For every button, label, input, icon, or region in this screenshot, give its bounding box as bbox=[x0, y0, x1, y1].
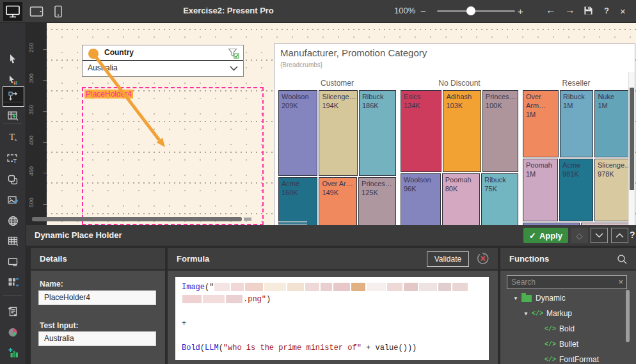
tile-label: Poomah bbox=[445, 176, 472, 184]
collapse-arrow-icon[interactable]: ▼ bbox=[522, 311, 530, 317]
undo-button[interactable]: ← bbox=[546, 4, 556, 16]
chevron-down-icon[interactable] bbox=[230, 66, 238, 71]
phone-view-button[interactable] bbox=[49, 2, 68, 21]
redo-button[interactable]: → bbox=[565, 4, 575, 16]
editor-help-button[interactable]: ? bbox=[630, 230, 635, 240]
redacted-text-block bbox=[333, 283, 350, 291]
country-filter-widget[interactable]: Country Australia bbox=[82, 45, 244, 77]
save-button[interactable] bbox=[584, 6, 593, 15]
treemap-tile[interactable]: Slicenge…978K bbox=[594, 159, 630, 221]
clear-search-icon[interactable]: × bbox=[618, 277, 623, 287]
function-tree-item-dynamic[interactable]: ▼Dynamic bbox=[500, 290, 628, 306]
zoom-in-button[interactable]: + bbox=[518, 6, 523, 17]
toolbar-tool-text-frame[interactable]: T bbox=[3, 149, 23, 168]
country-dropdown[interactable]: Australia bbox=[83, 61, 243, 75]
toolbar-tool-card[interactable] bbox=[3, 252, 23, 271]
drag-grip-icon[interactable] bbox=[90, 49, 95, 57]
treemap-group-header[interactable]: No Discount bbox=[401, 79, 518, 90]
function-tree-item-fontformat[interactable]: </>FontFormat bbox=[500, 352, 628, 364]
details-panel-header: Details bbox=[31, 248, 165, 269]
help-button[interactable]: ? bbox=[604, 6, 609, 15]
ruler-tick bbox=[43, 49, 47, 50]
treemap-tile[interactable]: Over Ar…149K bbox=[319, 177, 357, 226]
treemap-group-customer: CustomerWoolson209KSlicenge…194KRibuck18… bbox=[278, 79, 396, 226]
redacted-text-block bbox=[245, 283, 263, 291]
canvas-horizontal-scrollbar[interactable] bbox=[32, 217, 242, 221]
treemap-tile[interactable]: Ribuck1M bbox=[560, 90, 593, 157]
toolbar-tool-select[interactable] bbox=[3, 49, 23, 68]
expand-panel-button[interactable] bbox=[611, 228, 628, 243]
filter-check-icon[interactable] bbox=[228, 48, 239, 59]
treemap-group-header[interactable]: Customer bbox=[278, 79, 396, 90]
toolbar-tool-connector[interactable] bbox=[3, 86, 24, 107]
collapse-panel-button[interactable] bbox=[591, 228, 608, 243]
zoom-out-button[interactable]: − bbox=[420, 6, 426, 17]
toolbar-tool-table[interactable] bbox=[3, 232, 23, 251]
treemap-tile[interactable]: Esics134K bbox=[401, 90, 441, 172]
tile-value: 100K bbox=[486, 101, 515, 110]
toolbar-tool-image[interactable] bbox=[3, 191, 23, 210]
tile-value: 978K bbox=[598, 170, 626, 178]
functions-scrollbar-thumb[interactable] bbox=[626, 290, 630, 342]
diamond-button[interactable]: ◇ bbox=[571, 228, 588, 243]
zoom-slider[interactable] bbox=[437, 10, 515, 12]
zoom-level-label: 100% bbox=[394, 6, 415, 15]
tile-value: 75K bbox=[484, 184, 515, 193]
treemap-tile[interactable]: Slicenge…194K bbox=[319, 90, 358, 176]
tile-value: 103K bbox=[446, 101, 477, 110]
treemap-tile[interactable]: Ribuck186K bbox=[359, 90, 396, 176]
placeholder-selection-box[interactable]: PlaceHolder4 bbox=[82, 87, 264, 225]
toolbar-tool-web[interactable] bbox=[3, 211, 23, 230]
toolbar-tool-shape[interactable] bbox=[3, 170, 23, 189]
function-tree-item-markup[interactable]: ▼</>Markup bbox=[500, 306, 628, 321]
treemap-group-header[interactable]: Reseller bbox=[523, 79, 630, 90]
toolbar-divider bbox=[3, 123, 22, 123]
validate-button[interactable]: Validate bbox=[427, 251, 469, 267]
treemap-tile[interactable]: Nuke1M bbox=[594, 90, 630, 157]
toolbar-tool-bar-chart[interactable] bbox=[3, 343, 23, 362]
tile-value: 125K bbox=[362, 188, 393, 197]
redacted-text-block bbox=[367, 283, 386, 291]
redacted-text-block bbox=[203, 295, 225, 303]
canvas-horizontal-scrollbar-end[interactable] bbox=[244, 218, 251, 221]
toolbar-tool-layout[interactable] bbox=[3, 273, 23, 292]
clear-formula-icon[interactable] bbox=[476, 251, 490, 265]
name-input[interactable]: PlaceHolder4 bbox=[38, 290, 156, 305]
function-tree-label: Markup bbox=[546, 309, 572, 318]
function-tree-item-bold[interactable]: </>Bold bbox=[500, 321, 628, 336]
treemap-chart-panel[interactable]: Manufacturer, Promotion Category {Breadc… bbox=[274, 44, 635, 226]
treemap-tile[interactable]: Acme981K bbox=[559, 159, 593, 221]
collapse-arrow-icon[interactable]: ▼ bbox=[512, 296, 520, 301]
formula-code-editor[interactable]: Image(".png")+Bold(LLM("who is the prime… bbox=[175, 277, 489, 360]
treemap-scrollbar-thumb[interactable] bbox=[630, 88, 634, 190]
treemap-tile[interactable]: Acme160K bbox=[278, 177, 317, 226]
toolbar-tool-pie-chart[interactable] bbox=[3, 322, 23, 342]
toolbar-tool-report[interactable] bbox=[3, 302, 23, 321]
treemap-tile[interactable]: Ribuck75K bbox=[481, 173, 518, 226]
treemap-tile[interactable]: Over Arm…1M bbox=[523, 90, 559, 157]
treemap-tile[interactable]: Woolson209K bbox=[278, 90, 317, 176]
tablet-view-button[interactable] bbox=[27, 2, 46, 21]
function-tree-item-bullet[interactable]: </>Bullet bbox=[500, 336, 628, 352]
apply-button[interactable]: ✓ Apply bbox=[523, 228, 568, 243]
test-input-field[interactable]: Australia bbox=[38, 331, 156, 346]
tile-label: Over Arm… bbox=[526, 93, 546, 109]
treemap-scrollbar[interactable] bbox=[628, 72, 635, 226]
treemap-tile[interactable]: Poomah80K bbox=[442, 173, 480, 226]
search-icon[interactable] bbox=[617, 254, 627, 264]
treemap-tile[interactable]: Poomah1M bbox=[523, 159, 558, 221]
treemap-tile[interactable]: Woolson96K bbox=[401, 173, 441, 226]
redacted-text-block bbox=[287, 283, 304, 291]
ruler-tick bbox=[43, 142, 47, 143]
close-button[interactable]: × bbox=[620, 6, 626, 17]
tile-value: 209K bbox=[282, 101, 314, 110]
treemap-tile[interactable]: Adihash103K bbox=[443, 90, 481, 172]
toolbar-tool-text[interactable]: T bbox=[3, 127, 23, 146]
zoom-slider-thumb[interactable] bbox=[466, 6, 475, 15]
code-line bbox=[182, 330, 482, 342]
treemap-tile[interactable]: Princes…100K bbox=[482, 90, 518, 172]
name-field-label: Name: bbox=[40, 280, 63, 289]
desktop-view-button[interactable] bbox=[3, 2, 22, 21]
functions-search-input[interactable]: Search × bbox=[507, 275, 627, 289]
treemap-tile[interactable]: Princes…125K bbox=[358, 177, 396, 226]
